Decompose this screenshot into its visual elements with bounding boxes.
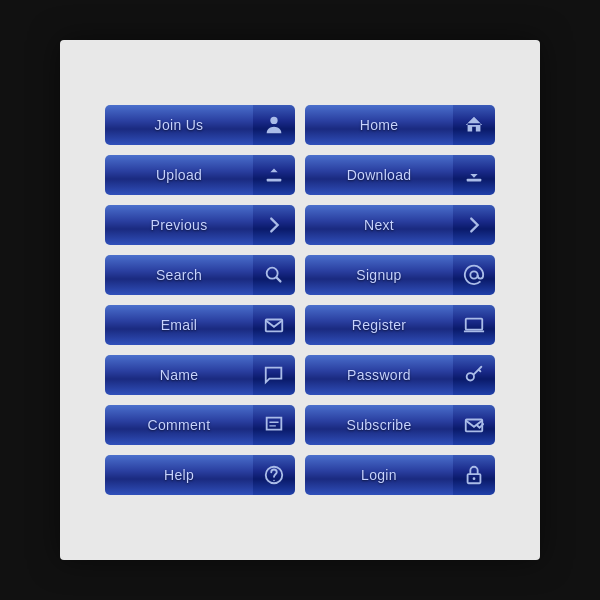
upload-button[interactable]: Upload — [105, 155, 295, 195]
email-icon — [253, 305, 295, 345]
signup-icon — [453, 255, 495, 295]
upload-label: Upload — [105, 155, 253, 195]
subscribe-button[interactable]: Subscribe — [305, 405, 495, 445]
card: Join UsHomeUploadDownloadPreviousNextSea… — [60, 40, 540, 560]
next-button[interactable]: Next — [305, 205, 495, 245]
home-button[interactable]: Home — [305, 105, 495, 145]
button-grid: Join UsHomeUploadDownloadPreviousNextSea… — [85, 85, 515, 515]
join-us-button[interactable]: Join Us — [105, 105, 295, 145]
password-label: Password — [305, 355, 453, 395]
previous-label: Previous — [105, 205, 253, 245]
register-icon — [453, 305, 495, 345]
login-label: Login — [305, 455, 453, 495]
next-label: Next — [305, 205, 453, 245]
next-icon — [453, 205, 495, 245]
join-us-label: Join Us — [105, 105, 253, 145]
search-button[interactable]: Search — [105, 255, 295, 295]
search-icon — [253, 255, 295, 295]
subscribe-icon — [453, 405, 495, 445]
download-label: Download — [305, 155, 453, 195]
subscribe-label: Subscribe — [305, 405, 453, 445]
download-icon — [453, 155, 495, 195]
home-icon — [453, 105, 495, 145]
signup-button[interactable]: Signup — [305, 255, 495, 295]
svg-rect-1 — [267, 179, 282, 182]
previous-icon — [253, 205, 295, 245]
comment-button[interactable]: Comment — [105, 405, 295, 445]
signup-label: Signup — [305, 255, 453, 295]
svg-point-14 — [473, 477, 476, 480]
name-button[interactable]: Name — [105, 355, 295, 395]
email-label: Email — [105, 305, 253, 345]
home-label: Home — [305, 105, 453, 145]
login-icon — [453, 455, 495, 495]
upload-icon — [253, 155, 295, 195]
svg-rect-2 — [467, 179, 482, 182]
email-button[interactable]: Email — [105, 305, 295, 345]
help-label: Help — [105, 455, 253, 495]
svg-point-12 — [273, 480, 274, 481]
help-icon — [253, 455, 295, 495]
name-label: Name — [105, 355, 253, 395]
password-button[interactable]: Password — [305, 355, 495, 395]
search-label: Search — [105, 255, 253, 295]
help-button[interactable]: Help — [105, 455, 295, 495]
svg-rect-6 — [466, 319, 483, 330]
login-button[interactable]: Login — [305, 455, 495, 495]
register-button[interactable]: Register — [305, 305, 495, 345]
download-button[interactable]: Download — [305, 155, 495, 195]
name-icon — [253, 355, 295, 395]
join-us-icon — [253, 105, 295, 145]
comment-icon — [253, 405, 295, 445]
comment-label: Comment — [105, 405, 253, 445]
register-label: Register — [305, 305, 453, 345]
password-icon — [453, 355, 495, 395]
previous-button[interactable]: Previous — [105, 205, 295, 245]
svg-point-0 — [270, 117, 277, 124]
svg-point-4 — [470, 271, 477, 278]
